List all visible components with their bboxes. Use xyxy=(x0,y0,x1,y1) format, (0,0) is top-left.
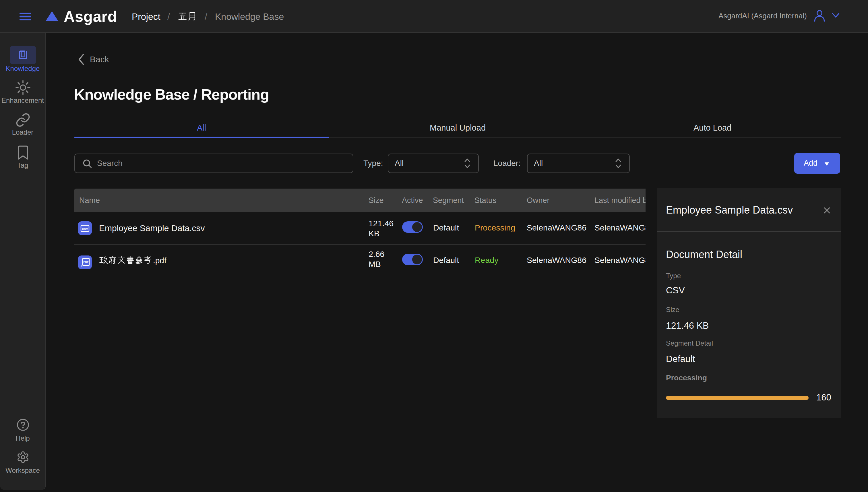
svg-text:PDF: PDF xyxy=(83,261,89,264)
svg-text:CSV: CSV xyxy=(82,227,88,230)
